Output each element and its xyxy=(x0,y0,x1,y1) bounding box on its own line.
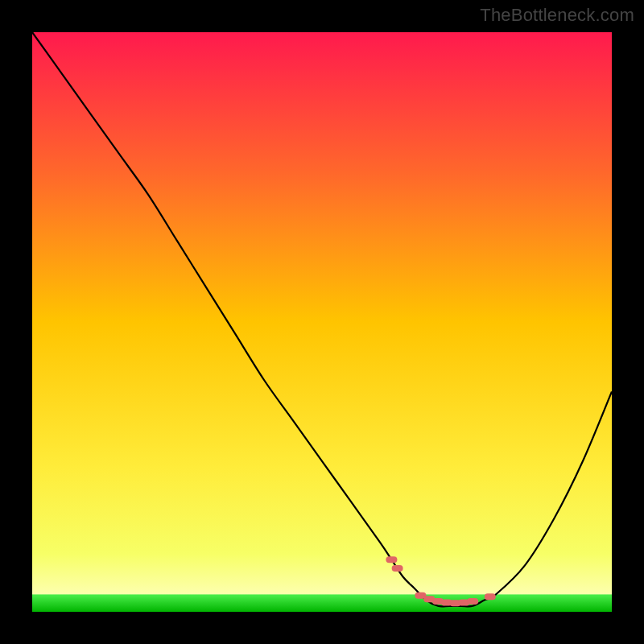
marker-dot xyxy=(392,565,403,572)
watermark-text: TheBottleneck.com xyxy=(480,5,634,26)
optimal-band xyxy=(32,594,612,612)
marker-dot xyxy=(485,593,496,600)
marker-dot xyxy=(386,556,397,563)
chart-svg xyxy=(32,32,612,612)
gradient-background xyxy=(32,32,612,612)
plot-area xyxy=(32,32,612,612)
chart-frame: TheBottleneck.com xyxy=(0,0,644,644)
marker-dot xyxy=(467,598,478,605)
